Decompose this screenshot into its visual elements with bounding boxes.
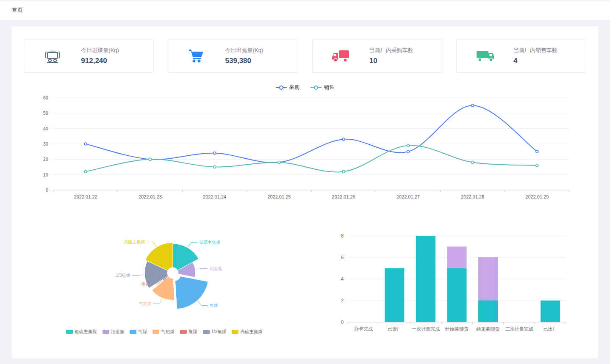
- stat-card-purchase-trucks: 当前厂内采购车数 10: [312, 39, 442, 73]
- y-axis-label: 8: [341, 233, 344, 238]
- x-axis-label: 开始装卸货: [445, 326, 469, 331]
- stat-card-text: 当前厂内销售车数 4: [513, 47, 586, 65]
- legend-label: 瘦煤: [189, 329, 197, 335]
- pie-label-line: [153, 299, 162, 304]
- topbar: 首页: [0, 0, 610, 20]
- data-point[interactable]: [149, 158, 151, 160]
- shopping-cart-icon: [168, 48, 225, 63]
- y-axis-label: 20: [43, 157, 48, 162]
- legend-label: 高硫主焦煤: [240, 329, 263, 335]
- bar-segment[interactable]: [385, 268, 404, 323]
- pie-chart-legend: 低硫主焦煤冶金焦气煤气肥煤瘦煤1/3焦煤高硫主焦煤: [33, 329, 296, 335]
- legend-swatch: [103, 330, 109, 334]
- data-point[interactable]: [214, 152, 216, 154]
- stat-card-coal-in: 今日进煤量(Kg) 912,240: [24, 39, 154, 73]
- pie-legend-item[interactable]: 冶金焦: [103, 329, 125, 335]
- y-axis-label: 4: [341, 276, 344, 281]
- pie-legend-item[interactable]: 气煤: [130, 329, 147, 335]
- legend-label: 气煤: [138, 329, 147, 335]
- line-chart[interactable]: 01020304050602022.01.222022.01.232022.01…: [20, 93, 590, 206]
- x-axis-label: 办卡完成: [354, 326, 373, 331]
- pie-label-line: [198, 301, 208, 306]
- y-axis-label: 6: [341, 255, 344, 260]
- data-point[interactable]: [471, 104, 474, 107]
- stacked-bar-chart[interactable]: 02468办卡完成已进厂一次计量完成开始装卸货结束装卸货二次计量完成已出厂: [329, 225, 574, 336]
- pie-slice[interactable]: [175, 276, 208, 309]
- stat-value: 4: [513, 57, 582, 65]
- data-point[interactable]: [214, 166, 216, 168]
- line-series-采购[interactable]: [86, 105, 537, 163]
- x-axis-label: 一次计量完成: [412, 326, 440, 331]
- pie-legend-item[interactable]: 气肥煤: [152, 329, 175, 335]
- pie-legend-item[interactable]: 1/3焦煤: [203, 329, 227, 335]
- legend-label: 冶金焦: [111, 329, 125, 335]
- y-axis-label: 2: [341, 298, 344, 303]
- data-point[interactable]: [278, 161, 280, 164]
- stat-value: 539,380: [225, 57, 294, 65]
- stat-card-sales-trucks: 当前厂内销售车数 4: [456, 39, 586, 73]
- data-point[interactable]: [536, 164, 538, 167]
- pie-chart-block: 低硫主焦煤冶金焦气煤气肥煤瘦煤1/3焦煤高硫主焦煤 低硫主焦煤冶金焦气煤气肥煤瘦…: [33, 225, 296, 337]
- legend-label: 低硫主焦煤: [75, 329, 97, 335]
- data-point[interactable]: [342, 138, 345, 141]
- pie-slice-label: 高硫主焦煤: [124, 240, 145, 244]
- line-series-marker-icon: [311, 85, 322, 90]
- x-axis-label: 2022.01.28: [461, 194, 484, 199]
- data-point[interactable]: [84, 143, 87, 145]
- bar-segment[interactable]: [541, 301, 560, 322]
- x-axis-label: 已进厂: [388, 326, 402, 331]
- legend-swatch: [232, 330, 238, 334]
- line-chart-legend: 采购 销售: [20, 84, 590, 91]
- stat-label: 当前厂内销售车数: [513, 47, 582, 54]
- x-axis-label: 2022.01.22: [74, 194, 97, 199]
- x-axis-label: 结束装卸货: [477, 326, 500, 331]
- x-axis-label: 已出厂: [543, 326, 557, 331]
- y-axis-label: 50: [43, 110, 48, 116]
- data-point[interactable]: [342, 170, 345, 173]
- sales-truck-icon: [457, 49, 513, 63]
- pie-legend-item[interactable]: 低硫主焦煤: [66, 329, 97, 335]
- x-axis-label: 二次计量完成: [505, 326, 533, 331]
- stat-card-text: 今日进煤量(Kg) 912,240: [81, 47, 153, 65]
- data-point[interactable]: [407, 150, 409, 153]
- y-axis-label: 10: [43, 172, 48, 177]
- legend-swatch: [180, 330, 187, 334]
- purchase-truck-icon: [313, 49, 369, 63]
- pie-legend-item[interactable]: 瘦煤: [180, 329, 197, 335]
- legend-item-purchase[interactable]: 采购: [276, 84, 299, 91]
- data-point[interactable]: [84, 170, 87, 173]
- y-axis-label: 0: [46, 188, 48, 193]
- x-axis-label: 2022.01.27: [396, 194, 420, 199]
- x-axis-label: 2022.01.23: [139, 194, 162, 199]
- bar-segment[interactable]: [478, 257, 498, 301]
- breadcrumb[interactable]: 首页: [12, 6, 23, 14]
- data-point[interactable]: [407, 144, 409, 147]
- pie-legend-item[interactable]: 高硫主焦煤: [232, 329, 263, 335]
- legend-label: 采购: [289, 84, 299, 91]
- rose-pie-chart[interactable]: 低硫主焦煤冶金焦气煤气肥煤瘦煤1/3焦煤高硫主焦煤: [33, 225, 296, 325]
- data-point[interactable]: [536, 150, 538, 153]
- stat-cards-row: 今日进煤量(Kg) 912,240 今日出焦量(Kg) 539,380: [24, 39, 586, 73]
- legend-swatch: [203, 330, 210, 334]
- legend-swatch: [66, 330, 73, 334]
- legend-label: 1/3焦煤: [211, 329, 227, 335]
- bar-chart-block: 02468办卡完成已进厂一次计量完成开始装卸货结束装卸货二次计量完成已出厂: [329, 225, 574, 337]
- pie-slice-label: 冶金焦: [209, 266, 222, 271]
- x-axis-label: 2022.01.24: [203, 194, 226, 199]
- bar-segment[interactable]: [447, 268, 467, 323]
- legend-item-sales[interactable]: 销售: [311, 84, 334, 91]
- x-axis-label: 2022.01.26: [332, 194, 355, 199]
- bar-segment[interactable]: [447, 247, 467, 268]
- bar-segment[interactable]: [478, 301, 498, 322]
- data-point[interactable]: [471, 161, 474, 164]
- line-series-marker-icon: [276, 85, 287, 90]
- pie-label-line: [196, 268, 208, 269]
- stat-card-coke-out: 今日出焦量(Kg) 539,380: [168, 39, 298, 73]
- line-series-销售[interactable]: [86, 145, 537, 172]
- legend-swatch: [152, 330, 159, 334]
- mine-cart-icon: [24, 48, 81, 64]
- stat-card-text: 当前厂内采购车数 10: [369, 47, 442, 65]
- bar-segment[interactable]: [416, 236, 435, 322]
- stat-label: 当前厂内采购车数: [369, 47, 438, 54]
- y-axis-label: 60: [43, 95, 48, 100]
